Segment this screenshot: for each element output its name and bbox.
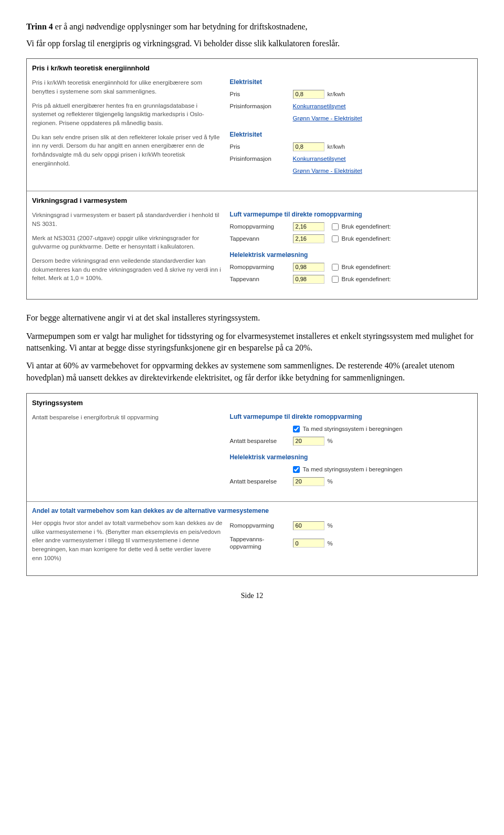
section-styringssystem: Styringssystem Antatt besparelse i energ… bbox=[27, 394, 477, 501]
prisinfo-link-2[interactable]: Grønn Varme - Elektrisitet bbox=[293, 115, 362, 121]
virk-romopp-input-2[interactable] bbox=[293, 263, 324, 272]
besparelse-label-2: Antatt besparelse bbox=[230, 478, 293, 484]
section-virk-desc: Virkningsgrad i varmesystem er basert på… bbox=[27, 208, 230, 297]
panel-drift: Pris i kr/kwh teoretisk energiinnhold Pr… bbox=[26, 58, 478, 300]
styring-block-1: Luft varmepumpe til direkte romoppvarmin… bbox=[230, 413, 472, 446]
styring-include-label-1: Ta med styringssystem i beregningen bbox=[303, 426, 403, 432]
prisinfo-label-2: Prisinformasjon bbox=[230, 156, 293, 162]
styring-block-2-title: Helelektrisk varmeløsning bbox=[230, 453, 472, 461]
prisinfo-link-4[interactable]: Grønn Varme - Elektrisitet bbox=[293, 168, 362, 174]
pris-block-2-title: Elektrisitet bbox=[230, 131, 472, 138]
virk-tapp-input-2[interactable] bbox=[293, 275, 324, 284]
virk-tapp-egendef-cb-1[interactable] bbox=[332, 235, 339, 242]
besparelse-input-1[interactable] bbox=[293, 437, 324, 446]
pris-unit: kr/kwh bbox=[328, 91, 345, 97]
virk-block-2: Helelektrisk varmeløsning Romoppvarming … bbox=[230, 251, 472, 284]
virk-romopp-input-1[interactable] bbox=[293, 222, 324, 231]
virk-tapp-label: Tappevann bbox=[230, 235, 293, 242]
section-andel: Andel av totalt varmebehov som kan dekke… bbox=[27, 501, 477, 575]
egendef-label-3: Bruk egendefinert: bbox=[342, 264, 391, 270]
mid-p2: Varmepumpen som er valgt har mulighet fo… bbox=[26, 331, 478, 354]
styring-include-cb-1[interactable] bbox=[293, 426, 300, 432]
virk-romopp-egendef-cb-1[interactable] bbox=[332, 223, 339, 230]
egendef-label-2: Bruk egendefinert: bbox=[342, 235, 391, 242]
intro-block: Trinn 4 er å angi nødvendige opplysninge… bbox=[26, 21, 478, 49]
virk-romopp-label-2: Romoppvarming bbox=[230, 264, 293, 270]
besparelse-unit-2: % bbox=[328, 478, 333, 484]
besparelse-label-1: Antatt besparelse bbox=[230, 438, 293, 444]
section-pris-title: Pris i kr/kwh teoretisk energiinnhold bbox=[27, 61, 477, 75]
prisinfo-link-3[interactable]: Konkurransetilsynet bbox=[293, 156, 346, 162]
section-pris-desc: Pris i kr/kWh teoretisk energiinnhold fo… bbox=[27, 75, 230, 189]
section-andel-title: Andel av totalt varmebehov som kan dekke… bbox=[27, 504, 477, 516]
section-virk-title: Virkningsgrad i varmesystem bbox=[27, 193, 477, 208]
virk-romopp-egendef-cb-2[interactable] bbox=[332, 264, 339, 271]
section-andel-desc: Her oppgis hvor stor andel av totalt var… bbox=[27, 516, 230, 573]
styring-block-2: Helelektrisk varmeløsning Ta med styring… bbox=[230, 453, 472, 487]
intro-p2: Vi får opp forslag til energipris og vir… bbox=[26, 38, 478, 49]
section-pris: Pris i kr/kwh teoretisk energiinnhold Pr… bbox=[27, 59, 477, 191]
styring-block-1-title: Luft varmepumpe til direkte romoppvarmin… bbox=[230, 413, 472, 420]
andel-romopp-label: Romoppvarming bbox=[230, 522, 293, 529]
mid-p1: For begge alternativene angir vi at det … bbox=[26, 312, 478, 324]
prisinfo-link-1[interactable]: Konkurransetilsynet bbox=[293, 103, 346, 109]
virk-block-1: Luft varmepumpe til direkte romoppvarmin… bbox=[230, 211, 472, 244]
pris-block-1: Elektrisitet Pris kr/kwh Prisinformasjon… bbox=[230, 78, 472, 123]
virk-tapp-label-2: Tappevann bbox=[230, 276, 293, 282]
andel-romopp-unit: % bbox=[328, 522, 333, 529]
pris-block-1-title: Elektrisitet bbox=[230, 78, 472, 86]
andel-tapp-label: Tappevanns-oppvarming bbox=[230, 536, 293, 551]
egendef-label-4: Bruk egendefinert: bbox=[342, 276, 391, 282]
intro-p1: Trinn 4 er å angi nødvendige opplysninge… bbox=[26, 21, 478, 33]
virk-tapp-input-1[interactable] bbox=[293, 234, 324, 243]
page-footer: Side 12 bbox=[26, 592, 478, 600]
mid-text: For begge alternativene angir vi at det … bbox=[26, 312, 478, 384]
intro-step: Trinn 4 bbox=[26, 22, 53, 31]
andel-tapp-input[interactable] bbox=[293, 539, 324, 548]
egendef-label: Bruk egendefinert: bbox=[342, 223, 391, 230]
andel-romopp-input[interactable] bbox=[293, 521, 324, 530]
prisinfo-label: Prisinformasjon bbox=[230, 103, 293, 109]
panel-styring: Styringssystem Antatt besparelse i energ… bbox=[26, 393, 478, 575]
pris-label: Pris bbox=[230, 91, 293, 97]
styring-include-cb-2[interactable] bbox=[293, 466, 300, 473]
virk-romopp-label: Romoppvarming bbox=[230, 223, 293, 230]
section-virkningsgrad: Virkningsgrad i varmesystem Virkningsgra… bbox=[27, 191, 477, 299]
pris-unit-2: kr/kwh bbox=[328, 143, 345, 150]
pris-block-2: Elektrisitet Pris kr/kwh Prisinformasjon… bbox=[230, 131, 472, 176]
pris-input-1[interactable] bbox=[293, 90, 324, 99]
virk-block-2-title: Helelektrisk varmeløsning bbox=[230, 251, 472, 259]
section-styring-title: Styringssystem bbox=[27, 396, 477, 410]
virk-block-1-title: Luft varmepumpe til direkte romoppvarmin… bbox=[230, 211, 472, 218]
andel-tapp-unit: % bbox=[328, 540, 333, 547]
styring-include-label-2: Ta med styringssystem i beregningen bbox=[303, 466, 403, 472]
mid-p3: Vi antar at 60% av varmebehovet for oppv… bbox=[26, 360, 478, 384]
pris-label-2: Pris bbox=[230, 143, 293, 150]
besparelse-unit-1: % bbox=[328, 438, 333, 444]
section-styring-desc: Antatt besparelse i energiforbruk til op… bbox=[27, 410, 230, 499]
virk-tapp-egendef-cb-2[interactable] bbox=[332, 276, 339, 283]
pris-input-2[interactable] bbox=[293, 142, 324, 151]
besparelse-input-2[interactable] bbox=[293, 477, 324, 486]
